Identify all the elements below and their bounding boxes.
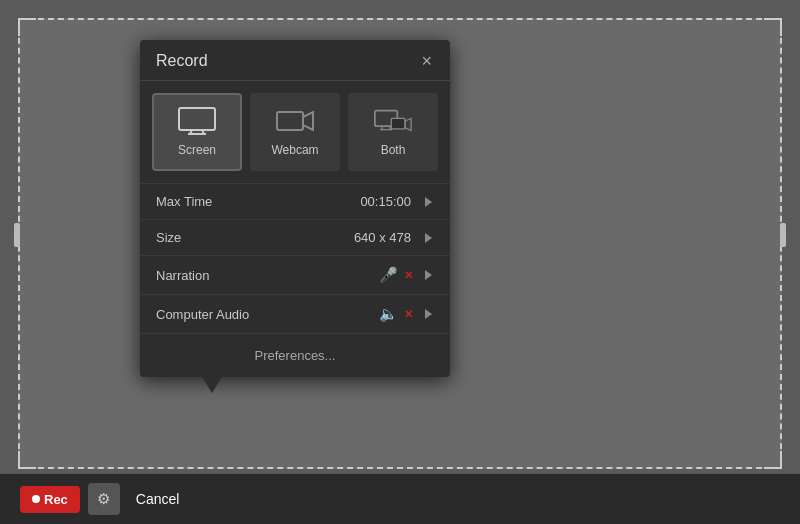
webcam-icon xyxy=(276,107,314,135)
corner-br xyxy=(764,451,782,469)
preferences-row: Preferences... xyxy=(140,334,450,377)
dialog-header: Record × xyxy=(140,40,450,81)
dialog-title: Record xyxy=(156,52,208,70)
mode-screen[interactable]: Screen xyxy=(152,93,242,171)
settings-section: Max Time 00:15:00 Size 640 x 478 Narrati… xyxy=(140,183,450,334)
preferences-button[interactable]: Preferences... xyxy=(247,344,344,367)
audio-arrow[interactable] xyxy=(419,309,434,319)
setting-computer-audio: Computer Audio 🔈 ✕ xyxy=(140,295,450,334)
webcam-label: Webcam xyxy=(271,143,318,157)
svg-rect-10 xyxy=(391,118,405,128)
arrow-right-icon xyxy=(425,197,432,207)
rec-dot-icon xyxy=(32,495,40,503)
size-arrow[interactable] xyxy=(419,233,434,243)
narration-icons: 🎤 ✕ xyxy=(379,266,413,284)
handle-right[interactable] xyxy=(780,223,786,247)
record-dialog: Record × Screen Webcam xyxy=(140,40,450,377)
audio-icons: 🔈 ✕ xyxy=(379,305,413,323)
both-label: Both xyxy=(381,143,406,157)
bottom-toolbar: Rec ⚙ Cancel xyxy=(0,474,800,524)
mode-selector: Screen Webcam Both xyxy=(140,81,450,183)
corner-bl xyxy=(18,451,36,469)
narration-disabled-icon: ✕ xyxy=(404,269,413,282)
gear-icon: ⚙ xyxy=(97,490,110,508)
handle-left[interactable] xyxy=(14,223,20,247)
settings-gear-button[interactable]: ⚙ xyxy=(88,483,120,515)
setting-narration: Narration 🎤 ✕ xyxy=(140,256,450,295)
screen-icon xyxy=(178,107,216,135)
svg-rect-4 xyxy=(277,112,303,130)
setting-size: Size 640 x 478 xyxy=(140,220,450,256)
svg-marker-5 xyxy=(303,112,313,130)
max-time-label: Max Time xyxy=(156,194,360,209)
arrow-right-icon-size xyxy=(425,233,432,243)
mic-icon: 🎤 xyxy=(379,266,398,284)
max-time-value: 00:15:00 xyxy=(360,194,411,209)
mode-webcam[interactable]: Webcam xyxy=(250,93,340,171)
size-value: 640 x 478 xyxy=(354,230,411,245)
corner-tr xyxy=(764,18,782,36)
narration-arrow[interactable] xyxy=(419,270,434,280)
mode-both[interactable]: Both xyxy=(348,93,438,171)
corner-tl xyxy=(18,18,36,36)
speaker-icon: 🔈 xyxy=(379,305,398,323)
svg-rect-0 xyxy=(179,108,215,130)
rec-label: Rec xyxy=(44,492,68,507)
setting-max-time: Max Time 00:15:00 xyxy=(140,184,450,220)
screen-label: Screen xyxy=(178,143,216,157)
max-time-arrow[interactable] xyxy=(419,197,434,207)
arrow-right-icon-narration xyxy=(425,270,432,280)
rec-button[interactable]: Rec xyxy=(20,486,80,513)
arrow-right-icon-audio xyxy=(425,309,432,319)
close-button[interactable]: × xyxy=(419,52,434,70)
narration-label: Narration xyxy=(156,268,379,283)
audio-disabled-icon: ✕ xyxy=(404,308,413,321)
svg-marker-11 xyxy=(405,118,411,130)
both-icon xyxy=(374,107,412,135)
computer-audio-label: Computer Audio xyxy=(156,307,379,322)
size-label: Size xyxy=(156,230,354,245)
cancel-button[interactable]: Cancel xyxy=(128,485,188,513)
